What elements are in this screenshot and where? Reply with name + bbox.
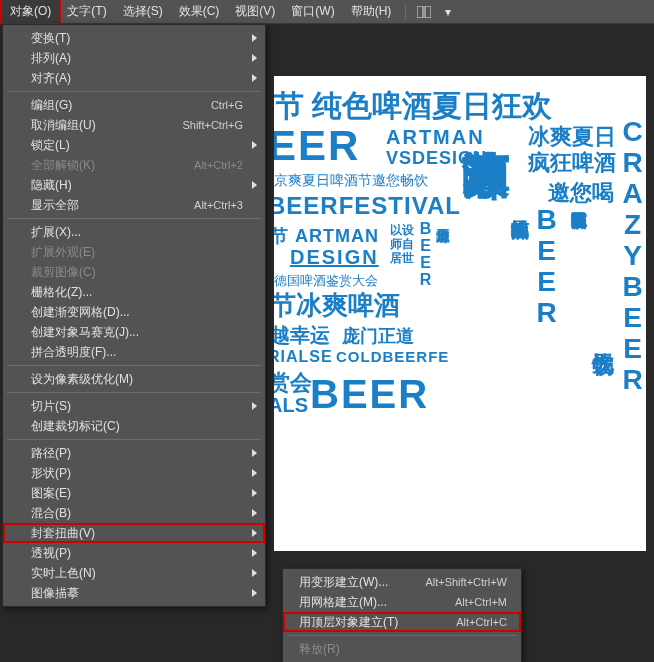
menu-item[interactable]: 图像描摹 [3,583,265,603]
shortcut-label: Alt+Ctrl+3 [194,199,243,211]
menu-item-label: 变换(T) [31,30,70,47]
menu-item-label: 排列(A) [31,50,71,67]
object-menu-dropdown: 变换(T)排列(A)对齐(A)编组(G)Ctrl+G取消编组(U)Shift+C… [2,24,266,607]
design-text: DESIGN [290,246,379,269]
menu-item[interactable]: 透视(P) [3,543,265,563]
menu-item-label: 图像描摹 [31,585,79,602]
menu-item[interactable]: 创建对象马赛克(J)... [3,322,265,342]
chevron-right-icon [252,141,257,149]
design-text: 节 ARTMAN [274,224,379,248]
shortcut-label: Alt+Shift+Ctrl+W [425,576,507,588]
submenu-item-label: 用网格建立(M)... [299,594,387,611]
menu-item-label: 创建对象马赛克(J)... [31,324,139,341]
shortcut-label: Alt+Ctrl+M [455,596,507,608]
submenu-item-label: 用顶层对象建立(T) [299,614,398,631]
design-text: 疯狂啤酒 [528,148,616,178]
design-text: ARTMAN [386,126,485,149]
menu-item-label: 扩展(X)... [31,224,81,241]
design-text: BEER [310,372,429,417]
menu-item[interactable]: 排列(A) [3,48,265,68]
design-text: 节 纯色啤酒夏日狂欢 [274,86,552,127]
menubar-item[interactable]: 窗口(W) [283,0,342,23]
menu-item[interactable]: 扩展(X)... [3,222,265,242]
menu-item-label: 实时上色(N) [31,565,96,582]
design-text-vertical: BEER [416,220,434,288]
menu-item[interactable]: 创建裁切标记(C) [3,416,265,436]
artboard: 节 纯色啤酒夏日狂欢EERARTMANVSDESIGN冰爽夏日疯狂啤酒京爽夏日啤… [274,76,646,551]
menu-item[interactable]: 编组(G)Ctrl+G [3,95,265,115]
menu-item[interactable]: 路径(P) [3,443,265,463]
chevron-right-icon [252,529,257,537]
svg-rect-1 [425,6,431,18]
menubar-item[interactable]: 帮助(H) [343,0,400,23]
menu-item[interactable]: 形状(P) [3,463,265,483]
menu-item[interactable]: 设为像素级优化(M) [3,369,265,389]
design-text: 越幸运 [274,322,330,349]
submenu-item[interactable]: 用顶层对象建立(T)Alt+Ctrl+C [283,612,521,632]
chevron-right-icon [252,509,257,517]
submenu-item[interactable]: 用网格建立(M)...Alt+Ctrl+M [283,592,521,612]
menu-item[interactable]: 封套扭曲(V) [3,523,265,543]
menu-item[interactable]: 对齐(A) [3,68,265,88]
chevron-right-icon [252,489,257,497]
submenu-item[interactable]: 用变形建立(W)...Alt+Shift+Ctrl+W [283,572,521,592]
menu-item[interactable]: 变换(T) [3,28,265,48]
menu-item-label: 编组(G) [31,97,72,114]
menu-item-label: 封套扭曲(V) [31,525,95,542]
chevron-right-icon [252,34,257,42]
layout-icon[interactable] [412,3,436,21]
chevron-right-icon [252,569,257,577]
design-text: BEERFESTIVAL [274,192,461,220]
menubar-item[interactable]: 对象(O) [2,0,59,23]
design-text: COLDBEERFE [336,348,449,365]
menu-item: 裁剪图像(C) [3,262,265,282]
menu-item-label: 对齐(A) [31,70,71,87]
menu-item[interactable]: 混合(B) [3,503,265,523]
design-text: ALS [274,394,308,417]
menu-item-label: 栅格化(Z)... [31,284,92,301]
shortcut-label: Alt+Ctrl+C [456,616,507,628]
dropdown-icon[interactable]: ▾ [436,3,460,21]
design-text-vertical: BEER [530,204,562,328]
menu-item-label: 混合(B) [31,505,71,522]
menu-item[interactable]: 切片(S) [3,396,265,416]
menu-item-label: 显示全部 [31,197,79,214]
menu-item[interactable]: 隐藏(H) [3,175,265,195]
menu-item-label: 取消编组(U) [31,117,96,134]
design-text: EER [274,122,360,170]
menu-item-label: 透视(P) [31,545,71,562]
menu-item[interactable]: 锁定(L) [3,135,265,155]
chevron-right-icon [252,181,257,189]
menu-item-label: 全部解锁(K) [31,157,95,174]
svg-rect-0 [417,6,423,18]
menu-item[interactable]: 创建渐变网格(D)... [3,302,265,322]
menu-item-label: 创建渐变网格(D)... [31,304,130,321]
chevron-right-icon [252,549,257,557]
chevron-right-icon [252,449,257,457]
menubar-item[interactable]: 视图(V) [227,0,283,23]
menu-item-label: 图案(E) [31,485,71,502]
submenu-item-label: 用变形建立(W)... [299,574,388,591]
design-text: 庞门正道 [342,324,414,348]
submenu-item-label: 释放(R) [299,641,340,658]
menu-item-label: 扩展外观(E) [31,244,95,261]
menu-item[interactable]: 显示全部Alt+Ctrl+3 [3,195,265,215]
menu-item[interactable]: 图案(E) [3,483,265,503]
menu-item[interactable]: 拼合透明度(F)... [3,342,265,362]
menubar-item[interactable]: 效果(C) [171,0,228,23]
shortcut-label: Alt+Ctrl+2 [194,159,243,171]
menubar: 对象(O)文字(T)选择(S)效果(C)视图(V)窗口(W)帮助(H)▾ [0,0,654,24]
chevron-right-icon [252,469,257,477]
chevron-right-icon [252,74,257,82]
menu-item: 扩展外观(E) [3,242,265,262]
menu-item[interactable]: 实时上色(N) [3,563,265,583]
menubar-item[interactable]: 选择(S) [115,0,171,23]
menubar-item[interactable]: 文字(T) [59,0,114,23]
menu-item-label: 锁定(L) [31,137,70,154]
design-text-vertical: CRAZYBEER [616,116,646,395]
design-text: 京爽夏日啤酒节邀您畅饮 [274,172,428,190]
shortcut-label: Ctrl+G [211,99,243,111]
menu-item[interactable]: 取消编组(U)Shift+Ctrl+G [3,115,265,135]
menu-item[interactable]: 栅格化(Z)... [3,282,265,302]
menu-item-label: 隐藏(H) [31,177,72,194]
